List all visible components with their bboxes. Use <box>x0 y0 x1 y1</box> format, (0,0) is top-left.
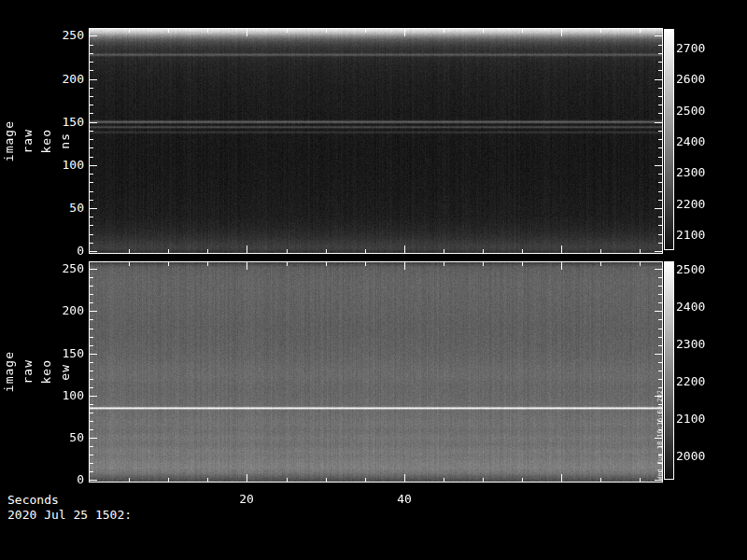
y-tick <box>658 45 662 46</box>
y-tick <box>658 88 662 89</box>
x-tick <box>600 249 601 253</box>
y-tick <box>655 165 662 166</box>
y-tick <box>658 174 662 175</box>
x-tick <box>444 262 444 266</box>
y-axis-label-word: image <box>2 351 16 392</box>
y-tick <box>655 122 662 123</box>
y-tick <box>90 191 93 192</box>
keogram-east-west-ylabel: imagerawkeoew <box>2 261 72 483</box>
y-tick <box>90 329 93 329</box>
x-tick <box>168 262 169 266</box>
y-tick <box>655 311 662 312</box>
keogram-north-south-colorbar <box>664 29 674 250</box>
x-tick <box>522 249 523 253</box>
x-tick <box>483 478 484 482</box>
x-tick <box>129 249 130 253</box>
y-tick <box>90 131 93 132</box>
y-tick <box>90 413 93 413</box>
x-tick <box>640 478 641 482</box>
x-tick <box>247 29 247 36</box>
x-tick <box>365 29 366 33</box>
y-tick <box>90 302 93 303</box>
keogram-north-south-ylabel: imagerawkeons <box>2 28 72 254</box>
y-tick <box>90 311 97 312</box>
y-tick <box>658 217 662 217</box>
y-tick <box>658 345 662 346</box>
x-tick <box>207 478 208 482</box>
y-tick <box>658 234 662 235</box>
y-tick <box>90 480 97 481</box>
y-tick <box>658 62 662 63</box>
x-tick <box>168 29 169 33</box>
y-axis-label-word: raw <box>21 359 35 384</box>
x-tick <box>600 262 601 266</box>
y-tick <box>658 139 662 140</box>
y-tick <box>90 277 93 278</box>
x-tick <box>365 262 366 266</box>
y-tick <box>90 79 97 80</box>
y-tick <box>90 243 93 244</box>
y-tick <box>658 362 662 363</box>
y-tick <box>90 70 93 71</box>
y-tick <box>90 208 97 209</box>
colorbar-tick-label: 2200 <box>676 197 721 212</box>
x-tick <box>247 262 247 270</box>
y-tick <box>658 53 662 54</box>
plot-frame-keogram-east-west <box>89 261 663 483</box>
y-tick <box>658 200 662 201</box>
x-tick <box>444 29 444 33</box>
x-tick <box>522 29 523 33</box>
colorbar-tick-label: 2500 <box>676 262 721 277</box>
y-tick <box>658 286 662 287</box>
x-tick <box>207 249 208 253</box>
y-tick <box>90 463 93 464</box>
y-axis-label-word: raw <box>21 129 35 153</box>
x-tick <box>287 478 288 482</box>
colorbar-tick-label: 2100 <box>676 228 721 243</box>
y-tick <box>90 286 93 287</box>
y-axis-label-word: ns <box>58 133 72 149</box>
x-tick <box>561 245 562 253</box>
y-tick <box>90 182 93 183</box>
y-tick <box>658 337 662 338</box>
y-tick <box>658 157 662 158</box>
y-tick <box>658 113 662 114</box>
keogram-north-south-image <box>90 29 662 253</box>
y-tick <box>90 217 93 217</box>
y-tick <box>90 421 93 422</box>
x-tick <box>404 29 405 36</box>
y-tick <box>658 70 662 71</box>
y-tick <box>90 53 93 54</box>
keogram-figure: 050100150200250imagerawkeons210022002300… <box>0 0 747 560</box>
x-tick-label: 40 <box>386 492 423 507</box>
y-tick <box>90 62 93 63</box>
y-tick <box>90 387 93 388</box>
y-tick <box>658 302 662 303</box>
y-tick <box>90 319 93 320</box>
y-tick <box>90 88 93 89</box>
x-tick <box>404 262 405 270</box>
x-tick <box>404 245 405 253</box>
x-tick <box>600 478 601 482</box>
x-tick <box>129 29 130 33</box>
x-tick <box>483 249 484 253</box>
x-tick <box>247 245 247 253</box>
x-tick <box>326 29 327 33</box>
x-tick <box>326 262 327 266</box>
y-tick <box>658 371 662 371</box>
x-tick <box>287 249 288 253</box>
x-tick <box>640 262 641 266</box>
x-tick <box>404 474 405 482</box>
y-tick <box>658 294 662 295</box>
y-tick <box>90 455 93 455</box>
y-tick <box>90 35 97 36</box>
y-tick <box>90 269 97 270</box>
y-tick <box>658 387 662 388</box>
y-tick <box>655 208 662 209</box>
date-label: 2020 Jul 25 1502: <box>7 508 132 523</box>
y-tick <box>655 35 662 36</box>
x-tick <box>129 478 130 482</box>
x-axis-title: Seconds <box>7 493 132 508</box>
x-tick <box>326 249 327 253</box>
colorbar-tick-label: 2400 <box>676 300 721 315</box>
